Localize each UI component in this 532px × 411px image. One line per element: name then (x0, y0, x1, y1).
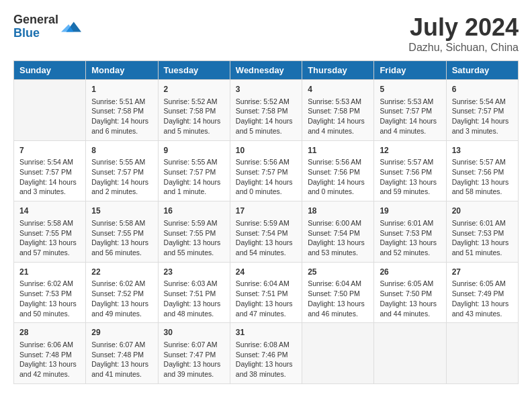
day-info: Sunrise: 6:07 AM Sunset: 7:48 PM Dayligh… (91, 340, 152, 379)
day-info: Sunrise: 6:06 AM Sunset: 7:48 PM Dayligh… (19, 340, 80, 379)
calendar-cell: 10Sunrise: 5:56 AM Sunset: 7:57 PM Dayli… (230, 140, 302, 201)
day-info: Sunrise: 5:59 AM Sunset: 7:55 PM Dayligh… (164, 218, 224, 258)
header-wednesday: Wednesday (230, 61, 302, 80)
day-info: Sunrise: 6:00 AM Sunset: 7:54 PM Dayligh… (308, 218, 368, 258)
header-friday: Friday (374, 61, 446, 80)
day-number: 27 (452, 267, 513, 278)
day-info: Sunrise: 6:05 AM Sunset: 7:50 PM Dayligh… (380, 279, 440, 318)
logo: General Blue (13, 13, 81, 40)
calendar-cell: 24Sunrise: 6:04 AM Sunset: 7:51 PM Dayli… (230, 262, 302, 323)
day-info: Sunrise: 5:57 AM Sunset: 7:56 PM Dayligh… (452, 157, 513, 197)
day-number: 2 (164, 84, 224, 95)
title-block: July 2024 Dazhu, Sichuan, China (408, 13, 519, 54)
calendar-cell: 19Sunrise: 6:01 AM Sunset: 7:53 PM Dayli… (374, 201, 446, 263)
calendar-cell: 31Sunrise: 6:08 AM Sunset: 7:46 PM Dayli… (230, 323, 302, 384)
header-saturday: Saturday (446, 61, 518, 80)
calendar-cell: 9Sunrise: 5:55 AM Sunset: 7:57 PM Daylig… (158, 140, 230, 201)
week-row-5: 28Sunrise: 6:06 AM Sunset: 7:48 PM Dayli… (14, 323, 519, 384)
day-number: 20 (452, 205, 513, 217)
calendar-cell: 29Sunrise: 6:07 AM Sunset: 7:48 PM Dayli… (86, 323, 158, 384)
day-number: 19 (380, 205, 440, 217)
day-number: 1 (91, 84, 152, 95)
month-title: July 2024 (408, 13, 519, 42)
calendar-cell (374, 323, 446, 384)
day-number: 15 (91, 205, 152, 217)
calendar-cell: 12Sunrise: 5:57 AM Sunset: 7:56 PM Dayli… (374, 140, 446, 201)
day-info: Sunrise: 5:57 AM Sunset: 7:56 PM Dayligh… (380, 157, 440, 197)
calendar-body: 1Sunrise: 5:51 AM Sunset: 7:58 PM Daylig… (14, 80, 519, 384)
day-info: Sunrise: 5:52 AM Sunset: 7:58 PM Dayligh… (164, 97, 224, 136)
day-number: 28 (19, 327, 80, 338)
day-info: Sunrise: 6:03 AM Sunset: 7:51 PM Dayligh… (164, 279, 224, 318)
calendar-cell: 27Sunrise: 6:05 AM Sunset: 7:49 PM Dayli… (446, 262, 518, 323)
calendar-cell: 13Sunrise: 5:57 AM Sunset: 7:56 PM Dayli… (446, 140, 518, 201)
day-number: 26 (380, 267, 440, 278)
header-monday: Monday (86, 61, 158, 80)
day-info: Sunrise: 6:01 AM Sunset: 7:53 PM Dayligh… (452, 218, 513, 258)
calendar-cell: 3Sunrise: 5:52 AM Sunset: 7:58 PM Daylig… (230, 80, 302, 141)
day-number: 13 (452, 145, 513, 156)
calendar-cell: 6Sunrise: 5:54 AM Sunset: 7:57 PM Daylig… (446, 80, 518, 141)
calendar-cell: 2Sunrise: 5:52 AM Sunset: 7:58 PM Daylig… (158, 80, 230, 141)
day-info: Sunrise: 5:59 AM Sunset: 7:54 PM Dayligh… (236, 218, 296, 258)
day-info: Sunrise: 5:51 AM Sunset: 7:58 PM Dayligh… (91, 97, 152, 136)
calendar-cell: 4Sunrise: 5:53 AM Sunset: 7:58 PM Daylig… (302, 80, 374, 141)
week-row-1: 1Sunrise: 5:51 AM Sunset: 7:58 PM Daylig… (14, 80, 519, 141)
location-title: Dazhu, Sichuan, China (408, 42, 519, 54)
week-row-4: 21Sunrise: 6:02 AM Sunset: 7:53 PM Dayli… (14, 262, 519, 323)
day-info: Sunrise: 5:54 AM Sunset: 7:57 PM Dayligh… (19, 157, 80, 197)
day-info: Sunrise: 6:02 AM Sunset: 7:52 PM Dayligh… (91, 279, 152, 318)
day-info: Sunrise: 5:54 AM Sunset: 7:57 PM Dayligh… (452, 97, 513, 136)
day-number: 29 (91, 327, 152, 338)
day-number: 14 (19, 205, 80, 217)
day-number: 16 (164, 205, 224, 217)
day-number: 22 (91, 267, 152, 278)
day-number: 3 (236, 84, 296, 95)
calendar-cell: 26Sunrise: 6:05 AM Sunset: 7:50 PM Dayli… (374, 262, 446, 323)
calendar-cell: 23Sunrise: 6:03 AM Sunset: 7:51 PM Dayli… (158, 262, 230, 323)
day-info: Sunrise: 5:58 AM Sunset: 7:55 PM Dayligh… (91, 218, 152, 258)
calendar-cell: 8Sunrise: 5:55 AM Sunset: 7:57 PM Daylig… (86, 140, 158, 201)
logo-general: General (13, 13, 58, 27)
day-number: 10 (236, 145, 296, 156)
calendar-cell: 1Sunrise: 5:51 AM Sunset: 7:58 PM Daylig… (86, 80, 158, 141)
calendar-cell: 30Sunrise: 6:07 AM Sunset: 7:47 PM Dayli… (158, 323, 230, 384)
day-number: 23 (164, 267, 224, 278)
calendar-cell: 28Sunrise: 6:06 AM Sunset: 7:48 PM Dayli… (14, 323, 86, 384)
calendar-cell (14, 80, 86, 141)
header-thursday: Thursday (302, 61, 374, 80)
logo-icon (61, 17, 81, 37)
week-row-3: 14Sunrise: 5:58 AM Sunset: 7:55 PM Dayli… (14, 201, 519, 263)
calendar-cell: 11Sunrise: 5:56 AM Sunset: 7:56 PM Dayli… (302, 140, 374, 201)
calendar-cell: 15Sunrise: 5:58 AM Sunset: 7:55 PM Dayli… (86, 201, 158, 263)
day-info: Sunrise: 5:53 AM Sunset: 7:58 PM Dayligh… (308, 97, 368, 136)
day-number: 24 (236, 267, 296, 278)
calendar-cell: 14Sunrise: 5:58 AM Sunset: 7:55 PM Dayli… (14, 201, 86, 263)
calendar-cell: 17Sunrise: 5:59 AM Sunset: 7:54 PM Dayli… (230, 201, 302, 263)
day-info: Sunrise: 5:56 AM Sunset: 7:56 PM Dayligh… (308, 157, 368, 197)
header-sunday: Sunday (14, 61, 86, 80)
day-number: 31 (236, 327, 296, 338)
calendar-cell: 7Sunrise: 5:54 AM Sunset: 7:57 PM Daylig… (14, 140, 86, 201)
day-info: Sunrise: 5:56 AM Sunset: 7:57 PM Dayligh… (236, 157, 296, 197)
calendar-cell (446, 323, 518, 384)
day-number: 11 (308, 145, 368, 156)
day-info: Sunrise: 6:07 AM Sunset: 7:47 PM Dayligh… (164, 340, 224, 379)
day-number: 4 (308, 84, 368, 95)
calendar-cell: 18Sunrise: 6:00 AM Sunset: 7:54 PM Dayli… (302, 201, 374, 263)
day-info: Sunrise: 6:04 AM Sunset: 7:50 PM Dayligh… (308, 279, 368, 318)
day-info: Sunrise: 5:52 AM Sunset: 7:58 PM Dayligh… (236, 97, 296, 136)
day-info: Sunrise: 6:08 AM Sunset: 7:46 PM Dayligh… (236, 340, 296, 379)
day-info: Sunrise: 5:55 AM Sunset: 7:57 PM Dayligh… (91, 157, 152, 197)
day-info: Sunrise: 6:01 AM Sunset: 7:53 PM Dayligh… (380, 218, 440, 258)
day-number: 25 (308, 267, 368, 278)
calendar-cell: 16Sunrise: 5:59 AM Sunset: 7:55 PM Dayli… (158, 201, 230, 263)
day-number: 17 (236, 205, 296, 217)
day-info: Sunrise: 6:04 AM Sunset: 7:51 PM Dayligh… (236, 279, 296, 318)
header-row: SundayMondayTuesdayWednesdayThursdayFrid… (14, 61, 519, 80)
day-info: Sunrise: 5:53 AM Sunset: 7:57 PM Dayligh… (380, 97, 440, 136)
day-number: 9 (164, 145, 224, 156)
day-info: Sunrise: 6:02 AM Sunset: 7:53 PM Dayligh… (19, 279, 80, 318)
calendar-cell: 21Sunrise: 6:02 AM Sunset: 7:53 PM Dayli… (14, 262, 86, 323)
header-tuesday: Tuesday (158, 61, 230, 80)
